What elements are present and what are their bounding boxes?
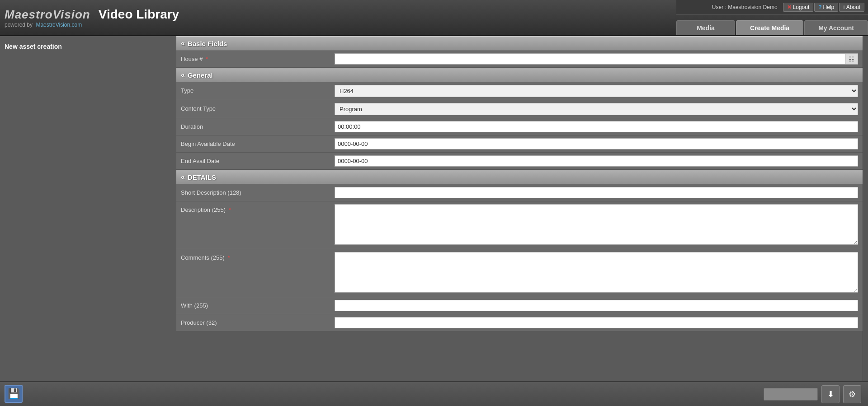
- tab-my-account[interactable]: My Account: [804, 20, 868, 35]
- details-header: « DETAILS: [176, 170, 863, 184]
- producer-row: Producer (32): [176, 314, 863, 331]
- end-date-input[interactable]: 0000-00-00: [335, 155, 858, 167]
- details-label: DETAILS: [188, 173, 216, 181]
- short-desc-input[interactable]: [335, 187, 858, 198]
- type-field: H264 H265 MP4 AVI: [335, 85, 858, 97]
- logo-area: MaestroVision Video Library powered by M…: [5, 7, 179, 28]
- comments-required-star: *: [227, 254, 230, 261]
- tab-media[interactable]: Media: [676, 20, 735, 35]
- house-number-input[interactable]: [335, 53, 845, 65]
- content-type-field: Program Movie Series Episode: [335, 103, 858, 115]
- basic-fields-label: Basic Fields: [188, 40, 227, 47]
- right-scrollbar: [863, 36, 868, 406]
- comments-textarea[interactable]: [335, 252, 858, 293]
- description-field: [335, 204, 858, 246]
- end-date-field: 0000-00-00: [335, 155, 858, 167]
- app-title: Video Library: [99, 7, 179, 22]
- description-required-star: *: [229, 206, 231, 213]
- save-button[interactable]: 💾: [5, 385, 23, 403]
- begin-date-row: Begin Available Date 0000-00-00: [176, 135, 863, 153]
- bottom-text-field[interactable]: [764, 388, 818, 401]
- general-header: « General: [176, 68, 863, 82]
- header: MaestroVision Video Library powered by M…: [0, 0, 868, 36]
- bottom-bar: 💾 ⬇ ⚙: [0, 381, 868, 406]
- begin-date-input[interactable]: 0000-00-00: [335, 138, 858, 149]
- download-icon: ⬇: [827, 389, 834, 399]
- description-row: Description (255) *: [176, 201, 863, 249]
- settings-icon: ⚙: [849, 389, 856, 399]
- sidebar-title: New asset creation: [5, 41, 172, 52]
- description-label: Description (255) *: [181, 204, 335, 213]
- logo-brand: MaestroVision: [5, 7, 90, 22]
- help-button[interactable]: ? Help: [814, 3, 838, 12]
- house-picker-button[interactable]: ☷: [845, 53, 858, 65]
- with-field: [335, 300, 858, 311]
- about-label: About: [846, 4, 860, 10]
- user-label: User : Maestrovision Demo: [712, 4, 778, 10]
- begin-date-field: 0000-00-00: [335, 138, 858, 149]
- description-textarea[interactable]: [335, 204, 858, 245]
- sidebar: New asset creation: [0, 36, 176, 406]
- tab-create-media[interactable]: Create Media: [736, 20, 803, 35]
- settings-button[interactable]: ⚙: [843, 385, 861, 403]
- help-label: Help: [823, 4, 835, 10]
- content-type-row: Content Type Program Movie Series Episod…: [176, 100, 863, 118]
- comments-label: Comments (255) *: [181, 252, 335, 261]
- end-date-label: End Avail Date: [181, 155, 335, 164]
- help-icon: ?: [818, 4, 821, 10]
- about-icon: i: [843, 4, 844, 10]
- short-desc-field: [335, 187, 858, 198]
- logout-button[interactable]: ✕ Logout: [783, 3, 814, 12]
- general-section: « General Type H264 H265 MP4 AVI: [176, 68, 863, 170]
- with-input[interactable]: [335, 300, 858, 311]
- logo-subtitle: powered by MaestroVision.com: [5, 22, 179, 28]
- main-layout: New asset creation « Basic Fields House …: [0, 36, 868, 406]
- end-date-row: End Avail Date 0000-00-00: [176, 153, 863, 170]
- content-type-label: Content Type: [181, 103, 335, 112]
- house-required-star: *: [206, 56, 208, 62]
- content-type-select[interactable]: Program Movie Series Episode: [335, 103, 858, 115]
- save-icon: 💾: [8, 388, 20, 400]
- type-row: Type H264 H265 MP4 AVI: [176, 82, 863, 100]
- comments-field: [335, 252, 858, 294]
- collapse-general-icon[interactable]: «: [181, 71, 185, 79]
- about-button[interactable]: i About: [839, 3, 864, 12]
- logout-label: Logout: [793, 4, 810, 10]
- begin-date-label: Begin Available Date: [181, 138, 335, 147]
- details-section: « DETAILS Short Description (128) Descri…: [176, 170, 863, 331]
- top-bar: User : Maestrovision Demo ✕ Logout ? Hel…: [676, 0, 868, 15]
- top-right: User : Maestrovision Demo ✕ Logout ? Hel…: [676, 0, 868, 35]
- general-label: General: [188, 71, 213, 79]
- nav-tabs: Media Create Media My Account: [676, 15, 868, 35]
- download-button[interactable]: ⬇: [821, 385, 840, 403]
- collapse-details-icon[interactable]: «: [181, 173, 185, 181]
- collapse-basic-icon[interactable]: «: [181, 39, 185, 47]
- basic-fields-section: « Basic Fields House # * ☷: [176, 36, 863, 68]
- comments-row: Comments (255) *: [176, 249, 863, 297]
- duration-field: 00:00:00: [335, 121, 858, 132]
- duration-input[interactable]: 00:00:00: [335, 121, 858, 132]
- type-select[interactable]: H264 H265 MP4 AVI: [335, 85, 858, 97]
- house-field-wrap: ☷: [335, 53, 858, 65]
- subtitle-link[interactable]: MaestroVision.com: [36, 22, 82, 28]
- short-desc-row: Short Description (128): [176, 184, 863, 201]
- duration-label: Duration: [181, 121, 335, 130]
- house-number-field: ☷: [335, 53, 858, 65]
- producer-label: Producer (32): [181, 317, 335, 326]
- type-label: Type: [181, 85, 335, 94]
- content-area: « Basic Fields House # * ☷ «: [176, 36, 863, 406]
- logo-text: MaestroVision Video Library powered by M…: [5, 7, 179, 28]
- producer-field: [335, 317, 858, 328]
- basic-fields-header: « Basic Fields: [176, 36, 863, 51]
- with-label: With (255): [181, 300, 335, 309]
- house-number-row: House # * ☷: [176, 51, 863, 68]
- bottom-right-buttons: ⬇ ⚙: [764, 385, 861, 403]
- house-number-label: House # *: [181, 53, 335, 62]
- short-desc-label: Short Description (128): [181, 187, 335, 196]
- with-row: With (255): [176, 297, 863, 314]
- subtitle-text: powered by: [5, 22, 33, 28]
- logout-icon: ✕: [787, 4, 792, 10]
- duration-row: Duration 00:00:00: [176, 118, 863, 135]
- producer-input[interactable]: [335, 317, 858, 328]
